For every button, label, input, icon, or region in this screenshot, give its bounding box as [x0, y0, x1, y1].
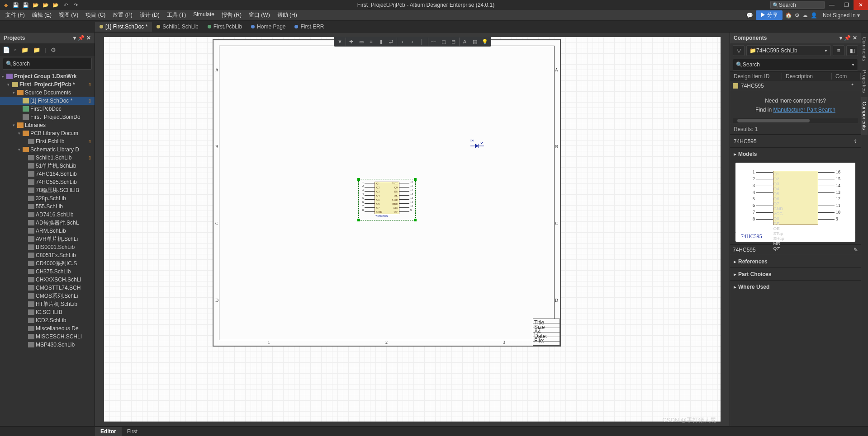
close-button[interactable]: ✕ — [854, 0, 868, 10]
gear-icon[interactable]: ⚙ — [51, 47, 56, 53]
folder-icon[interactable]: 📁 — [21, 47, 28, 53]
doc-tab[interactable]: First.ERR — [290, 22, 328, 32]
menu-编辑[interactable]: 编辑 (E) — [28, 10, 55, 20]
tree-item[interactable]: First.PcbDoc — [0, 105, 95, 113]
tree-item[interactable]: 555.SchLib — [0, 202, 95, 211]
tree-item[interactable]: BIS0001.SchLib — [0, 243, 95, 251]
tree-item[interactable]: CMOS系列.SchLi — [0, 292, 95, 300]
tag-icon[interactable]: ▢ — [439, 38, 448, 46]
tree-item[interactable]: Schlib1.SchLib▯ — [0, 154, 95, 162]
close-panel-icon[interactable]: ✕ — [86, 35, 91, 41]
menu-项目[interactable]: 项目 (C) — [82, 10, 109, 20]
tree-item[interactable]: ▸Project Group 1.DsnWrk — [0, 72, 95, 80]
tree-item[interactable]: 74HC164.SchLib — [0, 170, 95, 178]
titlebar-search[interactable]: 🔍 Search — [770, 1, 825, 9]
menu-工具[interactable]: 工具 (T) — [163, 10, 190, 20]
file-icon[interactable]: 📄 — [3, 47, 10, 53]
h-scrollbar[interactable] — [733, 118, 858, 123]
redo-icon[interactable]: ↷ — [72, 2, 79, 8]
tree-item[interactable]: AVR单片机.SchLi — [0, 235, 95, 243]
component-row[interactable]: 74HC595* — [730, 81, 861, 91]
part-choices-section[interactable]: ▸ Part Choices — [730, 267, 861, 280]
component-diode[interactable]: D? — [470, 139, 484, 151]
rail-tab-properties[interactable]: Properties — [861, 66, 868, 97]
footer-tab-editor[interactable]: Editor — [95, 427, 122, 436]
swap-icon[interactable]: ⇄ — [387, 38, 396, 46]
edit-icon[interactable]: ✎ — [854, 247, 858, 253]
settings-icon[interactable]: ⚙ — [795, 12, 800, 19]
tree-item[interactable]: ▾Schematic Library D — [0, 145, 95, 154]
tree-item[interactable]: ▾PCB Library Docum — [0, 129, 95, 137]
tree-item[interactable]: ARM.SchLib — [0, 227, 95, 235]
comment-icon[interactable]: 💬 — [746, 12, 753, 19]
tree-item[interactable]: ▾Source Documents — [0, 89, 95, 97]
bar-icon[interactable]: ▮ — [377, 38, 386, 46]
tree-item[interactable]: ▾Libraries — [0, 121, 95, 129]
line-icon[interactable]: │ — [418, 38, 427, 46]
tree-item[interactable]: C8051Fx.SchLib — [0, 251, 95, 259]
tree-item[interactable]: [1] First.SchDoc *▯ — [0, 97, 95, 105]
tree-item[interactable]: 78稳压块.SCHLIB — [0, 186, 95, 194]
menu-报告[interactable]: 报告 (R) — [218, 10, 245, 20]
tree-item[interactable]: ICD2.SchLib — [0, 316, 95, 324]
doc-tab[interactable]: Schlib1.SchLib — [152, 22, 203, 32]
tree-item[interactable]: ▾First_Project.PrjPcb *▯ — [0, 80, 95, 89]
menu-窗口[interactable]: 窗口 (W) — [245, 10, 274, 20]
bulb-icon[interactable]: 💡 — [480, 38, 489, 46]
components-search[interactable]: 🔍 Search▼ — [733, 59, 858, 70]
doc-tab[interactable]: First.PcbLib — [203, 22, 247, 32]
rail-tab-components[interactable]: Components — [861, 97, 868, 134]
open2-icon[interactable]: 📂 — [43, 2, 49, 8]
folder2-icon[interactable]: 📁 — [33, 47, 40, 53]
models-header[interactable]: ▸ Models — [730, 147, 861, 160]
chev-l-icon[interactable]: ‹ — [398, 38, 407, 46]
rail-tab-comments[interactable]: Comments — [861, 33, 868, 66]
dropdown-icon[interactable]: 📌 — [78, 35, 85, 41]
schematic-canvas[interactable]: AABBCCDD123 TitleSize A4Date: File: 1234… — [95, 33, 730, 426]
open3-icon[interactable]: 📂 — [52, 2, 59, 8]
filter-icon[interactable]: ▼ — [336, 38, 345, 46]
tree-item[interactable]: 74HC595.SchLib — [0, 178, 95, 186]
save-icon[interactable]: 💾 — [13, 2, 19, 8]
tree-item[interactable]: First_Project.BomDo — [0, 113, 95, 121]
menu-文件[interactable]: 文件 (F) — [2, 10, 28, 20]
menu-设计[interactable]: 设计 (D) — [136, 10, 163, 20]
align-l-icon[interactable]: ≡ — [367, 38, 376, 46]
signin-status[interactable]: Not Signed In ▾ — [820, 12, 863, 19]
tree-item[interactable]: 51单片机.SchLib — [0, 162, 95, 170]
note-icon[interactable]: ▤ — [470, 38, 479, 46]
menu-Simulate[interactable]: Simulate — [190, 10, 218, 20]
maximize-button[interactable]: ❐ — [839, 0, 854, 10]
tree-item[interactable]: CD4000系列IC.S — [0, 259, 95, 267]
tree-item[interactable]: 328p.SchLib — [0, 194, 95, 202]
minimize-button[interactable]: — — [825, 0, 839, 10]
tree-item[interactable]: Miscellaneous De — [0, 324, 95, 333]
blank-icon[interactable]: ▫ — [14, 47, 17, 53]
pin-icon[interactable]: ▾ — [73, 35, 76, 41]
tree-item[interactable]: HT单片机.SchLib — [0, 300, 95, 308]
library-selector[interactable]: 📁 74HC595.SchLib▼ — [746, 45, 831, 56]
undo-icon[interactable]: ↶ — [62, 2, 69, 8]
doc-tab[interactable]: [1] First.SchDoc * — [95, 22, 152, 32]
dash-icon[interactable]: ⊟ — [449, 38, 458, 46]
cross-icon[interactable]: ✚ — [347, 38, 356, 46]
cloud-icon[interactable]: ☁ — [802, 12, 808, 19]
tree-item[interactable]: CMOSTTL74.SCH — [0, 284, 95, 292]
doc-tab[interactable]: Home Page — [247, 22, 290, 32]
menu-放置[interactable]: 放置 (P) — [109, 10, 136, 20]
projects-search[interactable]: 🔍 Search — [3, 58, 92, 70]
tree-item[interactable]: CHXXXSCH.SchLi — [0, 276, 95, 284]
tree-item[interactable]: CH375.SchLib — [0, 267, 95, 276]
tree-item[interactable]: MISCESCH.SCHLI — [0, 333, 95, 341]
tree-item[interactable]: MSP430.SchLib — [0, 341, 95, 349]
home-icon[interactable]: 🏠 — [785, 12, 792, 19]
mps-link[interactable]: Manufacturer Part Search — [773, 107, 835, 113]
menu-帮助[interactable]: 帮助 (H) — [274, 10, 301, 20]
footer-tab-first[interactable]: First — [122, 427, 143, 436]
references-section[interactable]: ▸ References — [730, 255, 861, 267]
tree-item[interactable]: IC.SCHLIB — [0, 308, 95, 316]
tree-item[interactable]: AD7416.SchLib — [0, 211, 95, 219]
selected-component[interactable]: 74HC595⇕ — [730, 135, 861, 147]
tree-item[interactable]: First.PcbLib▯ — [0, 137, 95, 145]
open-icon[interactable]: 📂 — [33, 2, 39, 8]
